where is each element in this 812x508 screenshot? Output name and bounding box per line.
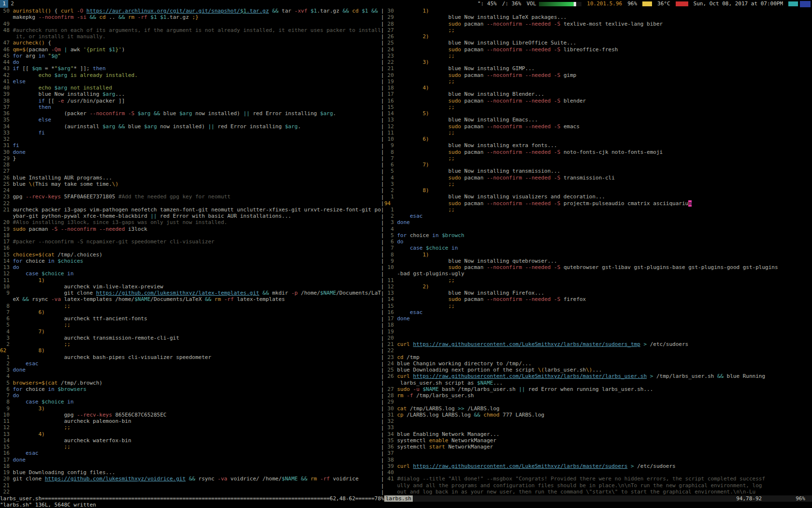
code-row: 44do	[0, 59, 381, 65]
code-row: 5for choice in $browch	[384, 232, 812, 239]
line-number: 13	[0, 264, 10, 270]
code-row: ybar-git python-pywal xfce-theme-blackbi…	[0, 213, 381, 219]
line-number: 22	[384, 347, 394, 354]
code-row: 16 esac	[0, 450, 381, 456]
line-number: 18	[0, 463, 10, 469]
line-number: 22	[0, 200, 10, 207]
code-row: 40	[384, 469, 812, 476]
workspace-tag-2[interactable]: 2	[8, 0, 16, 8]
line-number: 8	[0, 303, 10, 309]
code-row: 17#packer --noconfirm -S ncpamixer-git s…	[0, 239, 381, 245]
code-row: 26 2)	[384, 33, 812, 40]
workspace-tag-1[interactable]: 1	[0, 0, 8, 8]
code-row: 22	[384, 347, 812, 354]
line-number: 18	[384, 85, 394, 91]
code-row: 3done	[384, 219, 812, 225]
code-row: 5browsers=$(cat /tmp/.browch)	[0, 380, 381, 386]
code-row: 29}	[0, 155, 381, 162]
line-number: 21	[0, 207, 10, 213]
line-number: 40	[384, 469, 394, 476]
line-number: 46	[0, 46, 10, 53]
line-number: 29	[0, 155, 10, 162]
code-row: 17done	[384, 315, 812, 322]
line-number: 17	[384, 315, 394, 322]
code-row: 4 7)	[0, 329, 381, 335]
line-number: 13	[0, 431, 10, 437]
line-number: 16	[384, 98, 394, 104]
line-number: 38	[384, 457, 394, 463]
vim-editor: 50aurinstall() { curl -O https://aur.arc…	[0, 8, 812, 495]
code-row: 32	[0, 136, 381, 142]
code-row: 4	[0, 373, 381, 379]
code-row: 29 blue Now installing LaTeX packages...	[384, 14, 812, 20]
code-row: 13 blue Now installing Emacs...	[384, 117, 812, 123]
line-number: 13	[384, 290, 394, 296]
code-row: 20 sudo pacman --noconfirm --needed -S g…	[384, 72, 812, 78]
line-number: 19	[384, 78, 394, 85]
line-number: 20	[384, 335, 394, 341]
line-number: 28	[384, 21, 394, 27]
status-bar: 12 ": 45% /: 36% VOL 10.201.5.96 96% 36°…	[0, 0, 812, 8]
code-row: 30cat /tmp/LARBS.log >> /LARBS.log	[384, 405, 812, 412]
line-number: 45	[0, 53, 10, 59]
code-row: 16 esac	[384, 309, 812, 315]
command-line: "larbs.sh" 136L, 5648C written	[0, 502, 812, 508]
line-number: 38	[0, 98, 10, 104]
code-row: -bad gst-plugins-ugly	[384, 270, 812, 277]
code-row: 6 7)	[384, 162, 812, 168]
line-number: 5	[384, 168, 394, 174]
line-number: 37	[384, 450, 394, 456]
code-row: 2 ;;	[0, 341, 381, 347]
line-number: 29	[384, 14, 394, 20]
line-number: 14	[0, 258, 10, 264]
system-stats: ": 45% /: 36% VOL 10.201.5.96 96% 36°C S…	[472, 0, 812, 8]
code-row: 6for choice in $browsers	[0, 386, 381, 392]
code-row: larbs_user.sh script as $NAME...	[384, 380, 812, 386]
line-number: 17	[0, 239, 10, 245]
code-row: 41else	[0, 78, 381, 85]
line-number: 16	[0, 450, 10, 456]
line-number: 15	[384, 104, 394, 110]
code-row: 9 git clone https://github.com/lukesmith…	[0, 290, 381, 296]
code-row: 11 ;;	[384, 130, 812, 136]
code-row: 24 sudo pacman --noconfirm --needed -S l…	[384, 46, 812, 53]
code-row: 1 ;;	[384, 207, 812, 213]
code-row: 45for arg in "$@"	[0, 53, 381, 59]
code-row: 4 sudo pacman --noconfirm --needed -S tr…	[384, 175, 812, 181]
code-row: 28rm -f /tmp/larbs_user.sh	[384, 392, 812, 399]
code-row: 31fi	[0, 142, 381, 149]
code-row: 28 sudo pacman --noconfirm --needed -S t…	[384, 21, 812, 27]
code-row: out and log back in as your new user, th…	[384, 489, 812, 495]
line-number: 24	[384, 46, 394, 53]
code-row: 39curl https://raw.githubusercontent.com…	[384, 463, 812, 469]
line-number: 3	[0, 335, 10, 341]
code-row: 94 sudo pacman --noconfirm --needed -S p…	[384, 200, 812, 207]
editor-pane-larbs-user-sh[interactable]: 50aurinstall() { curl -O https://aur.arc…	[0, 8, 381, 495]
code-row: 23 ;;	[384, 53, 812, 59]
code-row: 34blue Enabling Network Manager...	[384, 431, 812, 437]
line-number: 43	[0, 65, 10, 72]
line-number: 11	[384, 130, 394, 136]
line-number: 12	[0, 424, 10, 431]
code-row: 6 aurcheck ttf-ancient-fonts	[0, 315, 381, 322]
line-number: 25	[0, 181, 10, 187]
line-number: 9	[384, 142, 394, 149]
code-row: 8 ;;	[0, 303, 381, 309]
line-number: 1	[384, 194, 394, 200]
code-row: 35 else	[0, 117, 381, 123]
code-row: 40 echo $arg not installed	[0, 85, 381, 91]
editor-pane-larbs-sh[interactable]: 30 1)29 blue Now installing LaTeX packag…	[384, 8, 812, 495]
line-number: 10	[384, 136, 394, 142]
code-row: 21curl https://raw.githubusercontent.com…	[384, 341, 812, 347]
code-row: 36 (packer --noconfirm -S $arg && blue $…	[0, 110, 381, 117]
volume-slider[interactable]	[539, 2, 581, 6]
line-number: 7	[384, 155, 394, 162]
line-number: 94	[384, 200, 394, 207]
line-number: 16	[384, 309, 394, 315]
code-row: 33 fi	[0, 130, 381, 136]
line-number: 28	[0, 162, 10, 168]
statusline: larbs_user.sh===========================…	[0, 495, 812, 502]
battery-percent: 96%	[627, 0, 637, 8]
line-number: 12	[384, 123, 394, 130]
line-number: 3	[384, 219, 394, 225]
